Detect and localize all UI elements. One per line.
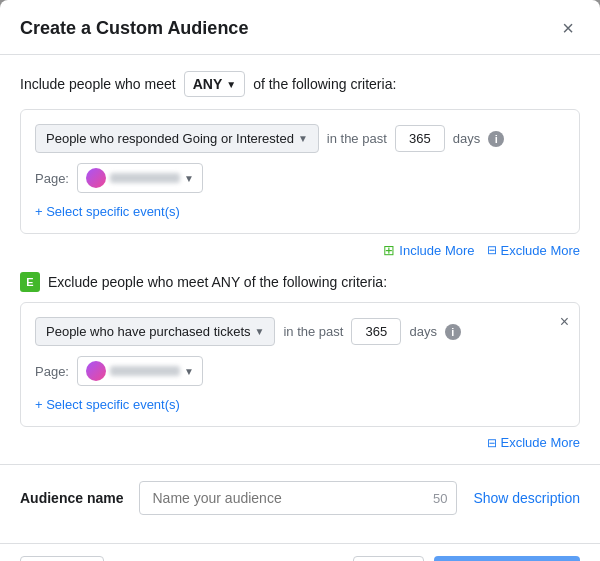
exclude-page-row: Page: ▼: [35, 356, 565, 386]
exclude-section-close[interactable]: ×: [560, 313, 569, 331]
exclude-more-link-top[interactable]: ⊟ Exclude More: [487, 242, 580, 258]
include-page-arrow: ▼: [184, 173, 194, 184]
exclude-more-link-bottom[interactable]: ⊟ Exclude More: [487, 435, 580, 450]
show-description-link[interactable]: Show description: [473, 490, 580, 506]
include-info-icon[interactable]: i: [488, 131, 504, 147]
include-more-icon: ⊞: [383, 242, 395, 258]
include-page-row: Page: ▼: [35, 163, 565, 193]
exclude-criteria-row: People who have purchased tickets ▼ in t…: [35, 317, 565, 346]
include-suffix-text: of the following criteria:: [253, 76, 396, 92]
exclude-info-icon[interactable]: i: [445, 324, 461, 340]
include-select-events-link[interactable]: + Select specific event(s): [35, 204, 180, 219]
exclude-icon: E: [20, 272, 40, 292]
exclude-days-input[interactable]: [351, 318, 401, 345]
footer-right: Back Create Audience: [353, 556, 580, 561]
audience-input-wrap: 50: [139, 481, 457, 515]
modal-title: Create a Custom Audience: [20, 18, 248, 39]
include-criteria-dropdown[interactable]: People who responded Going or Interested…: [35, 124, 319, 153]
exclude-in-past-text: in the past: [283, 324, 343, 339]
audience-name-label: Audience name: [20, 490, 123, 506]
in-past-text: in the past: [327, 131, 387, 146]
exclude-criteria-arrow: ▼: [255, 326, 265, 337]
close-button[interactable]: ×: [556, 16, 580, 40]
exclude-days-label: days: [409, 324, 436, 339]
any-dropdown[interactable]: ANY ▼: [184, 71, 245, 97]
any-dropdown-arrow: ▼: [226, 79, 236, 90]
include-prefix-text: Include people who meet: [20, 76, 176, 92]
exclude-actions-row: ⊟ Exclude More: [20, 435, 580, 450]
modal-header: Create a Custom Audience ×: [0, 0, 600, 55]
exclude-page-avatar: [86, 361, 106, 381]
include-days-label: days: [453, 131, 480, 146]
exclude-more-icon-top: ⊟: [487, 243, 497, 257]
include-criteria-row: Include people who meet ANY ▼ of the fol…: [20, 71, 580, 97]
exclude-page-name: [110, 366, 180, 376]
include-days-input[interactable]: [395, 125, 445, 152]
exclude-more-icon-bottom: ⊟: [487, 436, 497, 450]
exclude-page-arrow: ▼: [184, 366, 194, 377]
exclude-header-text: Exclude people who meet ANY of the follo…: [48, 274, 387, 290]
cancel-button[interactable]: Cancel: [20, 556, 104, 561]
create-custom-audience-modal: Create a Custom Audience × Include peopl…: [0, 0, 600, 561]
include-page-name: [110, 173, 180, 183]
criteria-dropdown-arrow: ▼: [298, 133, 308, 144]
exclude-page-selector[interactable]: ▼: [77, 356, 203, 386]
include-more-link[interactable]: ⊞ Include More: [383, 242, 474, 258]
audience-name-input[interactable]: [139, 481, 457, 515]
include-section-box: People who responded Going or Interested…: [20, 109, 580, 234]
modal-footer: Cancel Back Create Audience: [0, 543, 600, 561]
audience-char-count: 50: [433, 491, 447, 506]
modal-body: Include people who meet ANY ▼ of the fol…: [0, 55, 600, 543]
include-page-avatar: [86, 168, 106, 188]
include-page-label: Page:: [35, 171, 69, 186]
exclude-section-box: × People who have purchased tickets ▼ in…: [20, 302, 580, 427]
exclude-page-label: Page:: [35, 364, 69, 379]
back-button[interactable]: Back: [353, 556, 424, 561]
audience-name-row: Audience name 50 Show description: [20, 465, 580, 527]
exclude-select-events-link[interactable]: + Select specific event(s): [35, 397, 180, 412]
exclude-criteria-dropdown[interactable]: People who have purchased tickets ▼: [35, 317, 275, 346]
include-actions-row: ⊞ Include More ⊟ Exclude More: [20, 242, 580, 258]
create-audience-button[interactable]: Create Audience: [434, 556, 580, 561]
include-criteria-row-inner: People who responded Going or Interested…: [35, 124, 565, 153]
exclude-header: E Exclude people who meet ANY of the fol…: [20, 272, 580, 292]
include-page-selector[interactable]: ▼: [77, 163, 203, 193]
